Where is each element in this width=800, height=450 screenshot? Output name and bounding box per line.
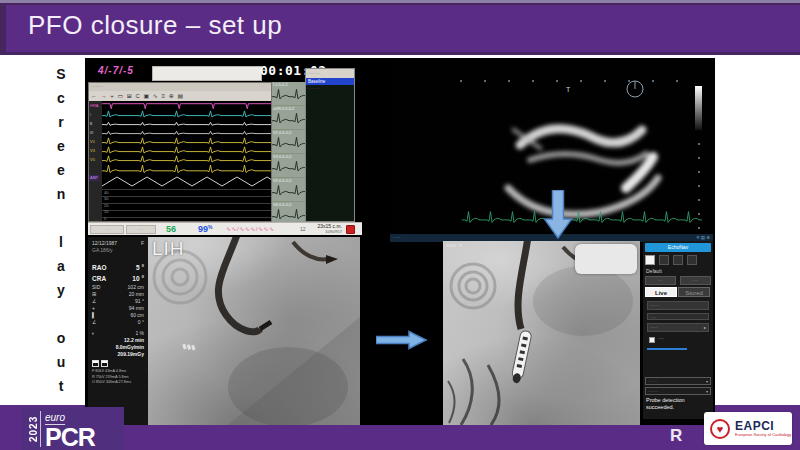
lead-trace xyxy=(102,137,271,146)
view-thumbnail[interactable] xyxy=(687,255,697,265)
mini-lead-trace xyxy=(272,184,305,198)
mini-lead-trace xyxy=(272,160,305,174)
geometry-icon: ⊞ xyxy=(92,291,96,298)
side-letter: e xyxy=(52,138,70,162)
mini-lead-column: I 0.5-0.2aVR 0.5-0.2V1 0.5-0.2V3 0.5-0.2… xyxy=(272,82,305,222)
right-arrow xyxy=(376,330,428,350)
grid-icon xyxy=(92,360,99,367)
mini-lead-trace xyxy=(272,112,305,126)
eapci-name: EAPCI xyxy=(735,420,791,432)
probe-detection-message: Probe detection succeeded. xyxy=(646,397,708,411)
geometry-row: ▌60 cm xyxy=(92,312,144,319)
side-letter: u xyxy=(52,354,70,378)
europcr-year: 2023 xyxy=(28,411,41,447)
mini-lead-row: V3 0.5-0.2 xyxy=(272,154,305,178)
subwindow-list-header: Baseline xyxy=(306,78,354,85)
panel-row-label: ····· xyxy=(650,314,657,319)
marker-device xyxy=(182,341,195,353)
dose-row: 8.0mGy/min xyxy=(92,344,144,351)
note-card xyxy=(575,244,637,274)
echonav-button[interactable]: EchoNav xyxy=(645,243,711,252)
panel-dropdown[interactable]: ········▾ xyxy=(645,387,711,395)
grid-icon xyxy=(101,360,108,367)
fluoro-corner-text: 12/12 · F xyxy=(446,243,462,248)
angle-label: CRA xyxy=(92,273,106,284)
geometry-icon: ▌ xyxy=(92,312,96,319)
lead-trace xyxy=(102,155,271,164)
panel-checkbox[interactable] xyxy=(649,337,655,343)
panel-row[interactable]: ····· xyxy=(647,313,709,320)
ecg-toolbar[interactable]: ← → + ▭ ⊞ C ▣ ∿ ≡ ⊕ ▤ xyxy=(89,91,271,101)
side-letter: r xyxy=(52,114,70,138)
side-letter xyxy=(52,210,70,234)
lead-trace xyxy=(102,110,271,119)
chevron-down-icon: ▾ xyxy=(706,388,708,394)
eapci-logo: ♥ EAPCI European Society of Cardiology xyxy=(704,412,792,445)
watermark-letter: R xyxy=(670,426,682,446)
mini-lead-row: aVR 0.5-0.2 xyxy=(272,106,305,130)
guide-device xyxy=(293,242,328,259)
pressure-grid: 403020100 xyxy=(102,189,271,220)
view-thumbnail[interactable] xyxy=(645,255,655,265)
geometry-value: 0 ° xyxy=(138,319,144,326)
side-letter: c xyxy=(52,90,70,114)
geometry-value: 94 mm xyxy=(129,305,144,312)
geometry-row: ∠91 ° xyxy=(92,298,144,305)
lead-label: V1 xyxy=(90,139,95,144)
header-top-stripe xyxy=(0,0,800,3)
catheter xyxy=(518,241,528,329)
mini-lead-row: V1 0.5-0.2 xyxy=(272,130,305,154)
grid-scale-number: 0 xyxy=(104,215,106,221)
panel-row[interactable]: ······▸ xyxy=(647,323,709,332)
echo-anatomy xyxy=(508,129,658,214)
dose-value: 12.2 min xyxy=(124,337,144,344)
echo-panel: T ····· ≡ ▤ ⊕ xyxy=(390,60,713,242)
mini-lead-trace xyxy=(272,136,305,150)
geometry-icon: SID xyxy=(92,284,100,291)
subwindow-titlebar: ········ xyxy=(306,69,354,78)
fluoro-data-sidebar: 12/12/1987FGA 186/yRAO5 °CRA10 °SID102 c… xyxy=(88,237,148,425)
lead-label: II xyxy=(90,121,92,126)
spo2-value: 99% xyxy=(198,224,212,234)
side-letter: n xyxy=(52,186,70,210)
tab-stored[interactable]: Stored xyxy=(678,287,710,297)
mini-lead-row: I 0.5-0.2 xyxy=(272,82,305,106)
geometry-row: SID102 cm xyxy=(92,284,144,291)
record-button[interactable] xyxy=(346,225,355,234)
panel-checkbox-label: ···· xyxy=(658,336,664,341)
side-letter: o xyxy=(52,330,70,354)
geometry-value: 60 cm xyxy=(130,312,144,319)
slide: PFO closure – set up Screenlayout 4/-7/-… xyxy=(0,0,800,450)
view-thumbnail[interactable] xyxy=(673,255,683,265)
tech-row: O 85kV 346mA 27.8ms xyxy=(92,380,144,386)
angle-row: CRA10 ° xyxy=(92,273,144,284)
panel-button[interactable]: ···· xyxy=(680,276,711,285)
view-thumbnail[interactable] xyxy=(659,255,669,265)
geometry-value: 91 ° xyxy=(135,298,144,305)
mini-lead-trace xyxy=(272,88,305,102)
statusbar-cell: ·· xyxy=(90,225,124,234)
dropdown-value: ········ xyxy=(648,388,659,394)
patient-dob: 12/12/1987 xyxy=(92,240,117,247)
panel-button[interactable]: ···· xyxy=(645,276,676,285)
mini-lead-row: V6 0.5-0.2 xyxy=(272,202,305,222)
angle-row: RAO5 ° xyxy=(92,262,144,273)
fluoro-image-left: 12/12/1987FGA 186/yRAO5 °CRA10 °SID102 c… xyxy=(88,237,360,425)
pressure-readout: 4/-7/-5 xyxy=(98,65,134,76)
page-title: PFO closure – set up xyxy=(28,10,282,41)
panel-row[interactable]: ······· xyxy=(647,301,709,310)
angle-value: 5 ° xyxy=(136,262,144,273)
dose-value: 8.0mGy/min xyxy=(116,344,144,351)
measurement-subwindow: ········ Baseline ········· xyxy=(305,68,355,222)
echo-depth-ruler xyxy=(698,143,700,229)
catheter xyxy=(218,237,260,332)
panel-dropdown[interactable]: ·······▾ xyxy=(645,377,711,385)
mini-lead-row: V5 0.5-0.2 xyxy=(272,178,305,202)
dose-row: 12.2 min xyxy=(92,337,144,344)
tab-live[interactable]: Live xyxy=(645,287,677,297)
hospital-label: LIH xyxy=(152,238,185,260)
mini-lead-trace xyxy=(272,208,305,222)
orientation-marker: T xyxy=(566,86,571,93)
geometry-value: 20 mm xyxy=(129,291,144,298)
ecg-window: ········ ← → + ▭ ⊞ C ▣ ∿ ≡ ⊕ ▤ HRAIIIIII… xyxy=(88,82,272,222)
